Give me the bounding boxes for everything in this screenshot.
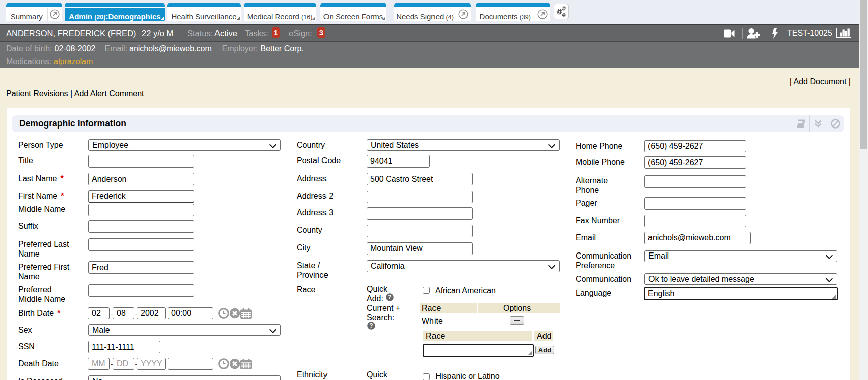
svg-text:?: ? [388,294,391,301]
svg-text:?: ? [369,322,373,329]
